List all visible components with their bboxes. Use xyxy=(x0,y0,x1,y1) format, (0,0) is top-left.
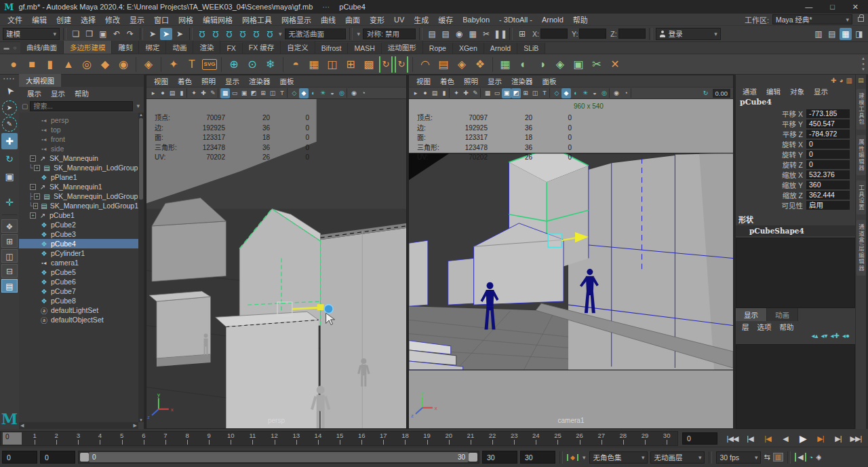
cluster-icon[interactable]: ❖ xyxy=(472,56,488,73)
textured-icon[interactable]: ◐ xyxy=(571,88,580,98)
range-slider[interactable]: 0 30 xyxy=(78,451,479,464)
viewport-menu-item[interactable]: 渲染器 xyxy=(507,76,538,86)
lock-camera-icon[interactable]: ● xyxy=(420,88,430,98)
bookmark-icon[interactable]: ▮ xyxy=(439,88,449,98)
select-camera-icon[interactable]: ▸ xyxy=(149,88,158,98)
type-tool-icon[interactable]: T xyxy=(184,56,200,73)
viewport-menu-item[interactable]: 着色 xyxy=(435,76,459,86)
isolate-select-icon[interactable]: ◉ xyxy=(612,88,621,98)
new-layer-from-selected-icon[interactable]: ◂● xyxy=(842,332,850,343)
safe-title-icon[interactable]: T xyxy=(277,88,287,98)
outliner-search-input[interactable] xyxy=(30,101,133,111)
close-button[interactable]: ✕ xyxy=(852,3,859,12)
viewport-persp[interactable]: 视图着色照明显示渲染器面板 ▸●▤▮✦✚✎▦▭▣◩⊞◫T◇◆◐☀◒◎◉◔ xyxy=(146,75,407,429)
lock-camera-icon[interactable]: ● xyxy=(158,88,167,98)
auto-rig-icon[interactable]: ↻ xyxy=(395,56,408,73)
bend-deformer-icon[interactable]: ◠ xyxy=(417,56,433,73)
menubar-item[interactable]: 曲面 xyxy=(340,14,365,25)
channel-value-field[interactable]: 532.376 xyxy=(806,170,850,179)
range-end-handle[interactable] xyxy=(469,453,477,462)
sidebar-vertical-tab[interactable]: 通道盒/层编辑器 xyxy=(856,220,866,276)
render-sequence-icon[interactable]: ✂ xyxy=(480,28,492,40)
animation-layer-dropdown[interactable]: 无动画层 xyxy=(650,451,705,464)
menubar-item[interactable]: Arnold xyxy=(537,16,568,24)
playback-end-field[interactable]: 30 xyxy=(482,451,517,464)
render-settings-icon[interactable]: ▦ xyxy=(467,28,479,40)
sidebar-vertical-tab[interactable]: 建模工具包 xyxy=(856,89,866,130)
poly-sphere-icon[interactable]: ● xyxy=(5,56,22,73)
outliner-menu-item[interactable]: 展示 xyxy=(23,88,45,98)
poly-cube-icon[interactable]: ■ xyxy=(24,56,40,73)
step-forward-key-button[interactable]: ▶| xyxy=(812,434,829,443)
xray-icon[interactable]: ◔ xyxy=(621,88,631,98)
select-tool[interactable]: ➤ xyxy=(0,79,21,102)
combine-icon[interactable]: ▦ xyxy=(306,56,322,73)
viewport-menu-item[interactable]: 视图 xyxy=(149,76,173,86)
construction-plane-icon[interactable]: ⊕ xyxy=(226,56,242,73)
move-layer-up-icon[interactable]: ◂▴ xyxy=(811,332,818,343)
isolate-select-icon[interactable]: ◉ xyxy=(349,88,359,98)
menubar-item[interactable]: 文件 xyxy=(3,14,27,25)
viewport-camera1[interactable]: 视图着色照明显示渲染器面板 ▸●▤▮✦✚✎▦▭▣◩⊞◫T◇◆◐☀◒◎◉◔ ↻ 0… xyxy=(408,75,734,429)
menubar-item[interactable]: 缓存 xyxy=(433,14,458,25)
outliner-row[interactable]: pCylinder1 xyxy=(19,248,138,258)
shelf-menu-icon[interactable]: ○ xyxy=(14,45,17,51)
snap-menu-caret[interactable]: ▾ xyxy=(277,31,283,37)
channel-box-toggle-icon[interactable]: ▦ xyxy=(840,28,852,40)
image-plane-icon[interactable]: ✦ xyxy=(189,88,199,98)
range-track[interactable]: 0 30 xyxy=(89,452,469,462)
new-empty-layer-icon[interactable]: ◂✚ xyxy=(831,332,840,343)
outliner-row[interactable]: camera1 xyxy=(19,258,138,267)
outliner-row[interactable]: └ + SK_Mannequin_LodGroup1 xyxy=(19,201,138,210)
shadows-icon[interactable]: ◒ xyxy=(590,88,599,98)
xray-icon[interactable]: ◔ xyxy=(359,88,368,98)
shelf-tab[interactable]: 绑定 xyxy=(139,41,166,54)
channel-sliders-icon[interactable]: ▥ xyxy=(846,77,852,84)
outliner-row[interactable]: defaultLightSet xyxy=(19,305,138,315)
poly-cone-icon[interactable]: ▲ xyxy=(60,56,77,73)
grid-icon[interactable]: ▦ xyxy=(220,88,230,98)
play-forward-button[interactable]: ▶ xyxy=(795,433,811,444)
channel-box-menu-item[interactable]: 编辑 xyxy=(762,86,785,96)
menubar-item[interactable]: UV xyxy=(389,16,409,24)
fps-dropdown[interactable]: 30 fps xyxy=(716,451,761,464)
outliner-row[interactable]: front xyxy=(19,134,138,144)
safe-action-icon[interactable]: ◫ xyxy=(530,88,540,98)
layout-two-pane-stacked-button[interactable]: ⊟ xyxy=(1,264,18,278)
select-object-icon[interactable]: ➤ xyxy=(160,28,172,40)
exposure-value[interactable]: 0.00 xyxy=(713,89,731,98)
outliner-row[interactable]: pCube4 xyxy=(19,239,138,248)
safe-action-icon[interactable]: ◫ xyxy=(268,88,277,98)
poly-torus-icon[interactable]: ◎ xyxy=(79,56,95,73)
outliner-row[interactable]: − SK_Mannequin xyxy=(19,153,138,163)
menu-set-dropdown[interactable]: 建模 xyxy=(3,28,60,40)
menubar-item[interactable]: 网格 xyxy=(174,14,198,25)
viewport-menu-item[interactable]: 照明 xyxy=(197,76,220,86)
channel-value-field[interactable]: -784.972 xyxy=(806,130,850,138)
lattice-icon[interactable]: ▤ xyxy=(435,56,452,73)
paint-select-tool[interactable]: ✎ xyxy=(2,117,17,132)
field-chart-icon[interactable]: ⊞ xyxy=(521,88,530,98)
ao-icon[interactable]: ◎ xyxy=(599,88,609,98)
expand-toggle-icon[interactable]: − xyxy=(30,155,36,162)
y-coord-input[interactable] xyxy=(579,29,606,39)
shelf-tab[interactable]: 渲染 xyxy=(193,41,220,54)
maximize-button[interactable]: □ xyxy=(830,3,835,12)
outliner-horizontal-scrollbar[interactable]: ◀▶ xyxy=(19,422,138,429)
outliner-row[interactable]: + pCube1 xyxy=(19,210,138,220)
layer-editor-tab[interactable]: 显示 xyxy=(736,308,767,321)
viewport-menu-item[interactable]: 面板 xyxy=(538,76,561,86)
workspace-dropdown[interactable]: Maya 经典* xyxy=(772,14,852,24)
animation-start-field[interactable]: 0 xyxy=(2,451,37,464)
menubar-item[interactable]: 编辑 xyxy=(27,14,52,25)
uv-spherical-map-icon[interactable]: ◑ xyxy=(534,56,550,73)
channel-value-field[interactable]: 362.444 xyxy=(806,191,850,200)
pan-zoom-icon[interactable]: ✚ xyxy=(199,88,208,98)
attribute-editor-toggle-icon[interactable]: ▥ xyxy=(812,28,825,40)
symmetry-menu-caret[interactable]: ▾ xyxy=(356,31,362,37)
workspace-panel-icon[interactable]: ◨ xyxy=(853,28,865,40)
exposure-icon[interactable]: ↻ xyxy=(701,88,711,98)
outliner-row[interactable]: ├ + SK_Mannequin_LodGroup xyxy=(19,191,138,201)
channel-value-field[interactable]: 0 xyxy=(806,140,850,149)
speed-ramp-icon[interactable]: ◕ xyxy=(840,77,844,84)
